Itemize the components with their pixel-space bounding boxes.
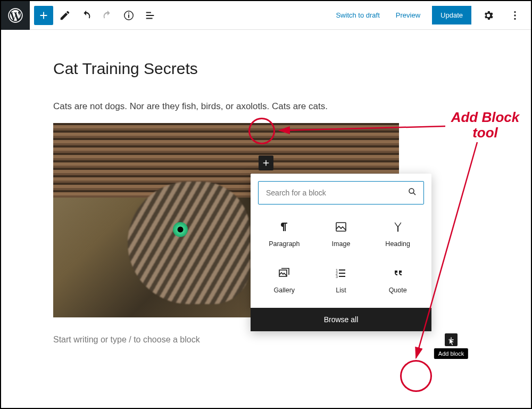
paragraph-icon (278, 220, 290, 235)
search-icon (408, 187, 417, 199)
svg-rect-3 (128, 12, 129, 13)
quote-icon (392, 267, 404, 281)
outline-button[interactable] (140, 6, 160, 25)
block-label: Quote (389, 287, 407, 294)
toggle-block-inserter-button[interactable] (34, 6, 53, 25)
svg-point-5 (514, 14, 516, 16)
block-quote[interactable]: Quote (369, 263, 426, 298)
settings-button[interactable] (479, 6, 498, 25)
block-search-field[interactable] (258, 181, 424, 204)
svg-point-4 (514, 11, 516, 12)
block-label: Heading (385, 240, 410, 248)
block-label: Gallery (274, 287, 295, 294)
block-paragraph[interactable]: Paragraph (256, 216, 313, 252)
add-block-between-button[interactable] (259, 156, 273, 170)
options-button[interactable] (505, 6, 525, 25)
svg-text:3: 3 (336, 275, 338, 279)
add-block-tooltip: Add block (434, 348, 468, 359)
block-gallery[interactable]: Gallery (256, 263, 313, 298)
edit-tool-button[interactable] (55, 6, 74, 25)
svg-point-6 (514, 18, 516, 19)
gallery-icon (278, 267, 290, 281)
block-label: Paragraph (269, 240, 300, 248)
preview-button[interactable]: Preview (392, 8, 425, 22)
redo-button[interactable] (98, 6, 117, 25)
toolbar-left (30, 6, 164, 25)
block-label: List (336, 287, 346, 294)
editor-topbar: Switch to draft Preview Update (1, 1, 531, 30)
block-heading[interactable]: Heading (369, 216, 426, 252)
wordpress-logo[interactable] (1, 1, 30, 30)
image-icon (335, 220, 347, 235)
block-image[interactable]: Image (313, 216, 370, 252)
toolbar-right: Switch to draft Preview Update (331, 6, 531, 25)
empty-paragraph-block[interactable]: Start writing or type / to choose a bloc… (48, 333, 484, 346)
svg-point-7 (409, 189, 414, 193)
add-block-inline-button[interactable]: Add block (445, 333, 458, 346)
paragraph-block[interactable]: Cats are not dogs. Nor are they fish, bi… (48, 99, 484, 113)
svg-line-8 (413, 193, 415, 195)
update-button[interactable]: Update (432, 6, 471, 24)
block-label: Image (332, 240, 351, 248)
paragraph-placeholder: Start writing or type / to choose a bloc… (53, 335, 200, 345)
block-list[interactable]: 123 List (313, 263, 370, 298)
block-inserter-popover: Paragraph Image Heading Gallery 123 List… (251, 174, 431, 331)
svg-rect-9 (336, 223, 346, 231)
post-title[interactable]: Cat Training Secrets (48, 60, 484, 78)
block-grid: Paragraph Image Heading Gallery 123 List… (251, 212, 431, 308)
browse-all-button[interactable]: Browse all (251, 308, 431, 331)
block-search-input[interactable] (265, 188, 408, 198)
heading-icon (392, 220, 404, 235)
list-icon: 123 (335, 267, 347, 281)
switch-to-draft-button[interactable]: Switch to draft (331, 8, 384, 22)
details-button[interactable] (119, 6, 138, 25)
svg-rect-2 (128, 14, 129, 18)
undo-button[interactable] (77, 6, 96, 25)
